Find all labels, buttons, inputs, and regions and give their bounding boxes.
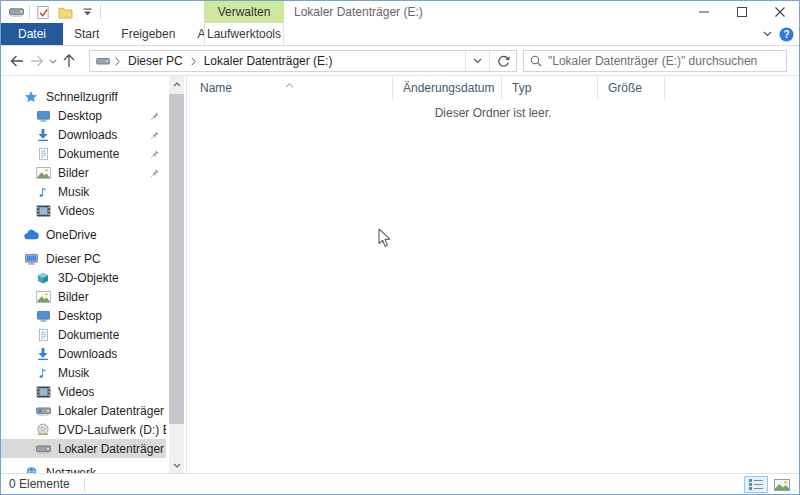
sidebar-item-label: OneDrive	[46, 228, 97, 242]
empty-folder-message: Dieser Ordner ist leer.	[187, 106, 799, 120]
column-header-typ[interactable]: Typ	[502, 76, 598, 99]
column-header-label: Typ	[512, 81, 531, 95]
forward-arrow-icon	[30, 55, 44, 67]
sidebar-item-label: 3D-Objekte	[58, 271, 119, 285]
close-icon	[775, 7, 785, 17]
scrollbar-thumb[interactable]	[169, 94, 184, 424]
sidebar-item-pc-videos[interactable]: Videos	[1, 382, 166, 401]
sidebar-item-qa-downloads[interactable]: Downloads	[1, 125, 166, 144]
sidebar-item-label: Downloads	[58, 128, 117, 142]
new-folder-button[interactable]	[56, 2, 74, 22]
ribbon-tab-row: Datei Start Freigeben Ansicht Laufwerkto…	[1, 23, 799, 46]
divider	[84, 478, 85, 491]
sidebar-item-pc-downloads[interactable]: Downloads	[1, 344, 166, 363]
column-header--nderungsdatum[interactable]: Änderungsdatum	[393, 76, 502, 99]
sidebar-item-quick-access[interactable]: Schnellzugriff	[1, 87, 166, 106]
close-button[interactable]	[761, 1, 799, 23]
address-history-button[interactable]	[465, 51, 489, 71]
maximize-button[interactable]	[723, 1, 761, 23]
tab-freigeben[interactable]: Freigeben	[110, 23, 186, 45]
sidebar-item-pc-desktop[interactable]: Desktop	[1, 306, 166, 325]
sidebar-item-drive-c[interactable]: Lokaler Datenträger (C:)	[1, 401, 166, 420]
drive-windows-icon	[35, 403, 51, 419]
sidebar-scrollbar[interactable]	[169, 76, 184, 473]
explorer-window: Verwalten Lokaler Datenträger (E:) Datei…	[0, 0, 800, 495]
desktop-icon	[35, 108, 51, 124]
column-header-gr-e[interactable]: Größe	[598, 76, 665, 99]
sidebar-item-this-pc[interactable]: Dieser PC	[1, 249, 166, 268]
sidebar-item-qa-music[interactable]: Musik	[1, 182, 166, 201]
column-header-label: Änderungsdatum	[403, 81, 494, 95]
address-bar[interactable]: Dieser PC Lokaler Datenträger (E:)	[89, 50, 517, 72]
pin-icon	[150, 149, 160, 159]
search-box	[523, 50, 787, 72]
chevron-up-icon	[173, 82, 181, 87]
chevron-right-icon	[189, 57, 198, 66]
sidebar-item-label: Musik	[58, 366, 89, 380]
sidebar-item-label: Lokaler Datenträger (E:)	[58, 442, 166, 456]
sidebar-item-qa-documents[interactable]: Dokumente	[1, 144, 166, 163]
sidebar-item-label: Dokumente	[58, 147, 119, 161]
chevron-down-icon	[763, 31, 772, 37]
contextual-tab-header-label: Verwalten	[218, 5, 271, 19]
pin-icon	[150, 130, 160, 140]
recent-locations-button[interactable]	[47, 49, 59, 73]
breadcrumb-drive-e[interactable]: Lokaler Datenträger (E:)	[200, 54, 337, 68]
breadcrumb-this-pc[interactable]: Dieser PC	[124, 54, 187, 68]
chevron-right-icon	[113, 57, 122, 66]
sidebar-item-3d-objects[interactable]: 3D-Objekte	[1, 268, 166, 287]
refresh-button[interactable]	[489, 51, 516, 71]
sidebar-item-drive-d[interactable]: DVD-Laufwerk (D:) ESD-ISO	[1, 420, 166, 439]
sidebar-item-onedrive[interactable]: OneDrive	[1, 225, 166, 244]
details-view-button[interactable]	[744, 476, 768, 493]
column-header-label: Name	[200, 81, 232, 95]
sidebar-item-label: Lokaler Datenträger (C:)	[58, 404, 166, 418]
column-header-name[interactable]: Name	[187, 76, 393, 99]
file-list-area[interactable]: NameÄnderungsdatumTypGröße Dieser Ordner…	[187, 76, 799, 473]
sidebar-item-pc-music[interactable]: Musik	[1, 363, 166, 382]
sidebar-item-pc-documents[interactable]: Dokumente	[1, 325, 166, 344]
expand-ribbon-button[interactable]	[763, 31, 772, 37]
documents-icon	[35, 327, 51, 343]
sidebar-item-qa-videos[interactable]: Videos	[1, 201, 166, 220]
item-count: 0 Elemente	[9, 477, 70, 491]
thumbnails-view-button[interactable]	[770, 476, 794, 493]
up-button[interactable]	[59, 49, 79, 73]
status-bar: 0 Elemente	[1, 473, 799, 494]
tab-file[interactable]: Datei	[1, 23, 63, 45]
sidebar-item-label: Musik	[58, 185, 89, 199]
sidebar-item-qa-desktop[interactable]: Desktop	[1, 106, 166, 125]
search-icon	[530, 55, 542, 67]
help-button[interactable]: ?	[779, 27, 794, 42]
sidebar-item-pc-pictures[interactable]: Bilder	[1, 287, 166, 306]
scroll-up-button[interactable]	[169, 76, 184, 92]
scroll-down-button[interactable]	[169, 457, 184, 473]
customize-qat-dropdown-button[interactable]	[78, 2, 96, 22]
sidebar-list: SchnellzugriffDesktopDownloadsDokumenteB…	[1, 76, 186, 473]
back-arrow-icon	[10, 55, 24, 67]
search-input[interactable]	[548, 54, 780, 68]
up-arrow-icon	[63, 54, 75, 68]
minimize-button[interactable]	[685, 1, 723, 23]
tab-start[interactable]: Start	[63, 23, 110, 45]
sidebar-item-label: Desktop	[58, 109, 102, 123]
properties-button[interactable]	[34, 2, 52, 22]
sidebar-item-network[interactable]: Netzwerk	[1, 463, 166, 473]
tab-laufwerktools[interactable]: Laufwerktools	[204, 23, 284, 45]
divider	[100, 5, 101, 19]
minimize-icon	[699, 7, 709, 17]
sort-ascending-icon	[285, 77, 294, 91]
documents-icon	[35, 146, 51, 162]
pictures-icon	[35, 289, 51, 305]
forward-button[interactable]	[27, 49, 47, 73]
pictures-icon	[35, 165, 51, 181]
pin-icon	[150, 168, 160, 178]
back-button[interactable]	[7, 49, 27, 73]
objects3d-icon	[35, 270, 51, 286]
pin-icon	[150, 111, 160, 121]
sidebar-item-drive-e[interactable]: Lokaler Datenträger (E:)	[1, 439, 166, 458]
sidebar-item-qa-pictures[interactable]: Bilder	[1, 163, 166, 182]
chevron-down-icon	[173, 463, 181, 468]
chevron-down-icon	[49, 59, 57, 64]
help-icon: ?	[779, 27, 794, 42]
